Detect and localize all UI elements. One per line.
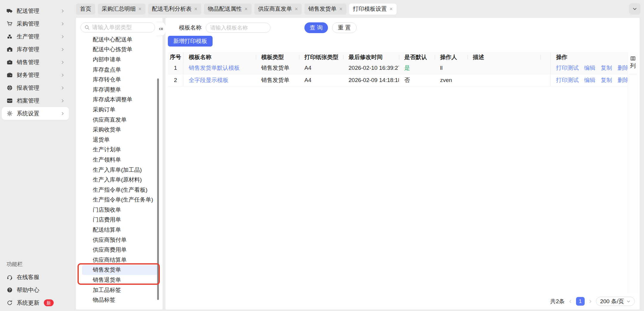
doc-type-item[interactable]: 生产指令单(生产看板) [82,185,158,195]
refresh-icon [7,300,13,306]
archive-icon [7,98,13,104]
chevron-right-icon [61,112,65,116]
tab[interactable]: 供应商直发单× [254,4,302,15]
doc-type-item[interactable]: 生产入库单(原材料) [82,175,158,185]
column-header: 最后修改时间 [343,52,399,62]
description [467,74,541,86]
sidebar-item[interactable]: 配送管理 [2,4,69,17]
tab[interactable]: 采购汇总明细× [98,4,145,15]
doc-type-item[interactable]: 生产计划单 [82,145,158,155]
close-icon[interactable]: × [138,6,142,12]
close-icon[interactable]: × [244,6,248,12]
sidebar-item[interactable]: 报表管理 [2,81,69,94]
sidebar-footer-item-label: 帮助中心 [17,286,39,294]
doc-type-item[interactable]: 供应商结算单 [82,255,158,265]
copy-link[interactable]: 复制 [601,76,612,84]
doc-type-item[interactable]: 采购收货单 [82,125,158,135]
reset-button[interactable]: 重 置 [332,22,356,33]
doc-type-item[interactable]: 配送结算单 [82,225,158,235]
doc-type-item[interactable]: 库存调整单 [82,85,158,95]
doc-type-item[interactable]: 门店预收单 [82,205,158,215]
chevron-left-icon [568,299,572,304]
doc-type-item[interactable]: 供应商费用单 [82,245,158,255]
edit-link[interactable]: 编辑 [584,64,595,72]
sidebar-item[interactable]: 档案管理 [2,94,69,107]
doc-type-item[interactable]: 库存成本调整单 [82,95,158,105]
doc-type-item[interactable]: 物品标签 [82,295,158,305]
sidebar-footer-item[interactable]: 在线客服 [2,271,69,284]
document-type-panel: 请输入单据类型 配送中心配送单配送中心拣货单内部申请单库存盘点单库存转仓单库存调… [76,18,162,310]
add-print-template-button[interactable]: 新增打印模板 [168,36,213,47]
doc-type-item[interactable]: 加工品标签 [82,285,158,295]
pagination-total: 共2条 [550,298,565,305]
sidebar-footer-item[interactable]: 系统更新新 [2,296,69,309]
tabs: 首页采购汇总明细×配送毛利分析表×物品配送属性×供应商直发单×销售发货单×打印模… [76,4,397,15]
tab-label: 物品配送属性 [208,5,242,13]
next-page-button[interactable] [588,299,592,304]
close-icon[interactable]: × [390,6,393,12]
doc-type-item[interactable]: 门店费用单 [82,215,158,225]
cart-icon [7,21,13,27]
prev-page-button[interactable] [568,299,572,304]
sidebar-item[interactable]: 销售管理 [2,56,69,69]
tab[interactable]: 配送毛利分析表× [148,4,202,15]
sidebar-item[interactable]: 采购管理 [2,17,69,30]
print-template-settings-panel: 模板名称 查 询 重 置 新增打印模板 序号模板名称模板类型打印纸张类型最后修改… [165,18,640,310]
page-size-select[interactable]: 200 条/页 [596,297,635,306]
column-header: 是否默认 [399,52,435,62]
column-settings-tab[interactable]: 列 [628,52,638,294]
collapse-panel-button[interactable] [156,22,166,36]
sidebar-footer-item[interactable]: 帮助中心 [2,284,69,296]
template-type: 销售发货单 [256,62,299,74]
doc-type-list: 配送中心配送单配送中心拣货单内部申请单库存盘点单库存转仓单库存调整单库存成本调整… [76,35,162,305]
doc-type-item[interactable]: 库存盘点单 [82,65,158,75]
template-name-link[interactable]: 销售发货单默认模板 [183,62,256,74]
tab-overflow-button[interactable] [629,3,640,15]
doc-type-item[interactable]: 生产领料单 [82,155,158,165]
tab[interactable]: 物品配送属性× [204,4,252,15]
template-name-link[interactable]: 全字段显示模板 [183,74,256,86]
close-icon[interactable]: × [339,6,343,12]
spacer [541,62,550,74]
sidebar-item[interactable]: 库存管理 [2,43,69,56]
sidebar-nav: 配送管理采购管理生产管理库存管理销售管理财务管理报表管理档案管理系统设置 [0,0,71,120]
print-test-link[interactable]: 打印测试 [556,76,579,84]
sidebar-item[interactable]: 财务管理 [2,69,69,81]
truck-icon [7,8,13,14]
sidebar-item[interactable]: 生产管理 [2,30,69,43]
tab[interactable]: 销售发货单× [304,4,346,15]
doc-type-item[interactable]: 生产指令单(生产任务单) [82,195,158,205]
doc-type-item[interactable]: 库存转仓单 [82,75,158,85]
question-icon [7,287,13,293]
doc-type-item[interactable]: 内部申请单 [82,55,158,65]
edit-link[interactable]: 编辑 [584,76,595,84]
delete-link[interactable]: 删除 [617,76,628,84]
print-test-link[interactable]: 打印测试 [556,64,579,72]
tab-label: 首页 [80,5,91,13]
doc-type-item[interactable]: 退货单 [82,135,158,145]
close-icon[interactable]: × [295,6,298,12]
doc-type-item[interactable]: 供应商预付单 [82,235,158,245]
delete-link[interactable]: 删除 [617,64,628,72]
doc-type-item[interactable]: 采购订单 [82,105,158,115]
template-name-input[interactable] [206,23,270,33]
tab[interactable]: 打印模板设置× [349,4,397,15]
search-button[interactable]: 查 询 [304,22,328,33]
sidebar-item[interactable]: 系统设置 [2,107,69,120]
doc-type-item[interactable]: 销售退货单 [82,275,158,285]
page-number-button[interactable]: 1 [576,297,585,306]
doc-type-item[interactable]: 供应商直发单 [82,115,158,125]
report-icon [7,85,13,91]
doc-type-item[interactable]: 配送中心拣货单 [82,45,158,55]
copy-link[interactable]: 复制 [601,64,612,72]
tab[interactable]: 首页 [76,4,95,15]
chevron-right-icon [61,60,65,64]
doc-type-item[interactable]: 销售发货单 [82,265,158,275]
doc-list-scrollbar[interactable] [157,78,159,300]
spacer [541,74,550,86]
doc-type-item[interactable]: 生产入库单(加工品) [82,165,158,175]
doc-type-item[interactable]: 配送中心配送单 [82,35,158,45]
doc-type-search-input[interactable]: 请输入单据类型 [80,22,155,33]
page-size-value: 200 条/页 [600,298,624,305]
close-icon[interactable]: × [194,6,198,12]
